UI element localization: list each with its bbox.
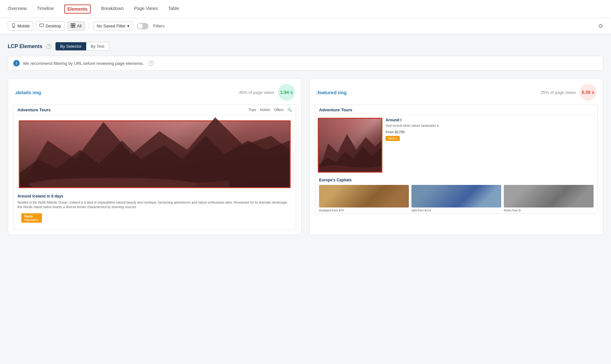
- featured-img-card: .featured img 25% of page views 6.06 s A…: [309, 78, 603, 235]
- rome-label: Rome from $: [504, 209, 594, 212]
- filters-toggle[interactable]: [137, 23, 149, 29]
- desktop-filter-button[interactable]: Desktop: [36, 21, 65, 31]
- card1-cta-button: Facts Population:: [21, 213, 42, 223]
- card1-preview-title: Adventure Tours: [17, 107, 51, 112]
- featured-info-panel: Around I Visit incredi other nature land…: [386, 118, 595, 173]
- split-label: Split from $119: [411, 209, 501, 212]
- card1-description: Nestled in the North Atlantic Ocean, Ice…: [14, 200, 296, 212]
- card1-main-image: [19, 120, 291, 188]
- lcp-elements-title: LCP Elements: [8, 44, 42, 49]
- main-content: LCP Elements ? By Selector By Text i We …: [0, 34, 611, 243]
- thumb-grid: Budapest from $79 Split from $119 Rome f…: [319, 185, 594, 212]
- card1-meta: 45% of page views 1.94 s: [239, 84, 295, 101]
- card2-lcp-value: 6.06 s: [582, 90, 595, 95]
- lcp-header: LCP Elements ? By Selector By Text: [8, 42, 603, 51]
- card1-header: .details img 45% of page views 1.94 s: [8, 79, 301, 105]
- mobile-label: Mobile: [17, 24, 30, 28]
- cta-label: Facts: [25, 215, 39, 218]
- info-text: We recommend filtering by URL before rev…: [23, 61, 144, 66]
- lcp-help-icon[interactable]: ?: [46, 44, 51, 49]
- nav-breakdown[interactable]: Breakdown: [101, 6, 124, 12]
- card1-selector: .details img: [15, 90, 41, 95]
- card1-lcp-badge: 1.94 s: [278, 84, 295, 101]
- all-icon: [71, 23, 75, 29]
- cta-sublabel: Population:: [25, 218, 39, 221]
- filters-label: Filters: [153, 24, 164, 28]
- by-selector-button[interactable]: By Selector: [56, 42, 86, 50]
- thumb-budapest: Budapest from $79: [319, 185, 409, 212]
- info-banner: i We recommend filtering by URL before r…: [8, 56, 603, 71]
- card2-preview-frame: Adventure Tours Around I Visit incredi o…: [315, 105, 598, 214]
- nav-table[interactable]: Table: [168, 6, 179, 12]
- svg-point-1: [13, 27, 14, 27]
- all-label: All: [77, 24, 81, 28]
- card2-lcp-badge: 6.06 s: [580, 84, 596, 101]
- card1-lcp-value: 1.94 s: [280, 90, 293, 95]
- card2-main-image: [318, 118, 382, 173]
- featured-book-button: Book n: [386, 136, 400, 141]
- filter-divider: [89, 22, 89, 30]
- nav-trips: Trips: [248, 108, 256, 112]
- svg-rect-8: [73, 26, 75, 27]
- cards-grid: .details img 45% of page views 1.94 s Ad…: [8, 78, 603, 235]
- gear-icon: ⚙: [598, 23, 603, 29]
- mobile-filter-button[interactable]: Mobile: [8, 21, 33, 31]
- info-help-icon[interactable]: ?: [149, 61, 154, 66]
- card1-caption: Around Iceland in 8 days: [14, 191, 296, 200]
- thumbnail-section: Europe's Capitals Budapest from $79 Spli…: [315, 175, 597, 213]
- svg-rect-2: [40, 24, 44, 26]
- card2-preview-nav: Adventure Tours: [315, 105, 597, 115]
- nav-overview[interactable]: Overview: [8, 6, 26, 12]
- details-img-card: .details img 45% of page views 1.94 s Ad…: [8, 78, 302, 235]
- settings-gear-button[interactable]: ⚙: [598, 23, 603, 30]
- card2-meta: 25% of page views 6.06 s: [541, 84, 596, 101]
- all-filter-button[interactable]: All: [67, 21, 85, 31]
- saved-filter-dropdown[interactable]: No Saved Filter ▾: [93, 22, 133, 30]
- svg-rect-6: [73, 24, 75, 25]
- svg-rect-5: [71, 24, 73, 25]
- info-icon: i: [13, 60, 20, 66]
- by-text-button[interactable]: By Text: [86, 42, 109, 50]
- thumb-rome: Rome from $: [504, 185, 594, 212]
- nav-page-views[interactable]: Page Views: [134, 6, 158, 12]
- mobile-icon: [11, 23, 16, 29]
- desktop-icon: [39, 23, 44, 29]
- desktop-label: Desktop: [46, 24, 61, 28]
- search-icon: 🔍: [287, 108, 292, 112]
- top-navigation: Overview Timeline Elements Breakdown Pag…: [0, 0, 611, 18]
- saved-filter-label: No Saved Filter: [97, 24, 126, 28]
- featured-info-text: Visit incredi other nature landmarks a: [386, 124, 595, 128]
- card1-preview-nav-links: Trips Hotels Offers 🔍: [248, 108, 292, 112]
- nav-hotels: Hotels: [260, 108, 270, 112]
- budapest-label: Budapest from $79: [319, 209, 409, 212]
- view-toggle: By Selector By Text: [55, 42, 109, 51]
- chevron-down-icon: ▾: [127, 24, 129, 28]
- thumb-section-title: Europe's Capitals: [319, 178, 594, 182]
- card2-selector: .featured img: [316, 90, 347, 95]
- featured-layout: Around I Visit incredi other nature land…: [315, 115, 597, 175]
- card2-page-views: 25% of page views: [541, 90, 576, 95]
- thumb-split: Split from $119: [411, 185, 501, 212]
- nav-timeline[interactable]: Timeline: [37, 6, 54, 12]
- card2-header: .featured img 25% of page views 6.06 s: [310, 79, 603, 105]
- card2-preview-title: Adventure Tours: [319, 107, 352, 112]
- svg-rect-7: [71, 26, 73, 27]
- rome-image: [504, 185, 594, 207]
- nav-elements[interactable]: Elements: [64, 5, 91, 14]
- card1-preview-frame: Adventure Tours Trips Hotels Offers 🔍: [13, 105, 296, 229]
- filter-bar: Mobile Desktop All No Saved Filter ▾ Fil…: [0, 18, 611, 34]
- split-image: [411, 185, 501, 207]
- budapest-image: [319, 185, 409, 207]
- nav-offers: Offers: [274, 108, 284, 112]
- card1-page-views: 45% of page views: [239, 90, 274, 95]
- featured-info-title: Around I: [386, 118, 595, 122]
- featured-info-price: From $1795: [386, 130, 595, 134]
